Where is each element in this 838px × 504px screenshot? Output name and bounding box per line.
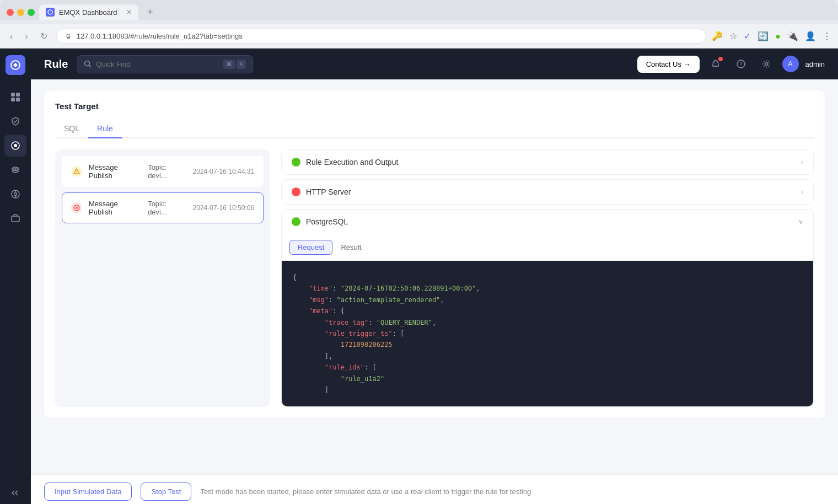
browser-toolbar: ‹ › ↻ 127.0.0.1:18083/#/rule/rules/rule_… [0,24,838,49]
app-container: Rule ⌘ K Contact Us → ? [0,49,838,504]
http-server-section: HTTP Server › [281,179,814,205]
msg-time-2: 2024-07-16 10:50:06 [193,204,254,212]
postgresql-name: PostgreSQL [306,217,798,226]
main-content: Rule ⌘ K Contact Us → ? [31,49,838,504]
svg-line-16 [89,66,92,68]
sidebar-item-data-integration[interactable] [4,159,26,181]
bottom-bar: Input Simulated Data Stop Test Test mode… [31,474,838,504]
tab-close-button[interactable]: ✕ [126,8,132,16]
traffic-light-red[interactable] [7,9,14,16]
content-area: Test Target SQL Rule Me [31,79,838,474]
contact-us-button[interactable]: Contact Us → [637,56,700,73]
traffic-light-green[interactable] [28,9,35,16]
svg-point-23 [77,173,77,173]
header-actions: Contact Us → ? A admin [637,55,825,73]
postgresql-status [292,217,300,226]
profile-icon[interactable]: 👤 [805,31,816,41]
browser-tab[interactable]: EMQX Dashboard ✕ [39,4,138,20]
svg-rect-5 [16,93,20,96]
msg-type-1: Message Publish [89,163,141,180]
rule-content: Message Publish Topic: devi... 2024-07-1… [55,149,814,407]
browser-toolbar-icons: 🔑 ☆ ✓ 🔄 ● 🔌 👤 ⋮ [712,31,831,41]
svg-rect-2 [67,36,69,39]
svg-text:?: ? [739,61,743,67]
svg-rect-4 [11,93,15,96]
search-bar[interactable]: ⌘ K [77,55,253,73]
tab-favicon [46,8,55,17]
postgresql-header[interactable]: PostgreSQL ∨ [282,210,813,234]
msg-warning-icon [71,166,82,177]
message-item-selected[interactable]: Message Publish Topic: devi... 2024-07-1… [62,192,264,223]
search-key-cmd: ⌘ [223,60,235,69]
rule-execution-chevron: › [801,158,803,166]
msg-type-2: Message Publish [89,200,141,216]
sidebar-item-dashboard[interactable] [4,86,26,108]
tab-title: EMQX Dashboard [59,8,117,17]
msg-error-icon [71,202,82,213]
back-button[interactable]: ‹ [7,29,16,44]
postgresql-section: PostgreSQL ∨ Request Result { [281,209,814,407]
lock-icon [65,33,72,40]
tab-sql[interactable]: SQL [55,120,88,138]
stop-test-button[interactable]: Stop Test [141,482,191,501]
rule-execution-name: Rule Execution and Output [306,158,801,167]
http-server-name: HTTP Server [306,187,801,196]
svg-rect-6 [11,98,15,101]
postgresql-chevron: ∨ [798,218,803,226]
address-bar[interactable]: 127.0.0.1:18083/#/rule/rules/rule_u1a2?t… [56,29,707,44]
app-logo [6,55,25,75]
sidebar-item-rules[interactable] [4,135,26,157]
tab-rule[interactable]: Rule [88,120,122,138]
request-result-tabs: Request Result [282,234,813,261]
tab-result[interactable]: Result [332,240,369,255]
avatar: A [782,56,799,72]
key-icon[interactable]: 🔑 [712,31,723,41]
test-target-section: Test Target SQL Rule Me [44,90,825,418]
url-text: 127.0.0.1:18083/#/rule/rules/rule_u1a2?t… [77,32,243,40]
notifications-button[interactable] [706,55,725,73]
msg-topic-1: Topic: devi... [148,163,186,180]
sidebar [0,49,31,504]
tabs: SQL Rule [55,120,814,138]
top-header: Rule ⌘ K Contact Us → ? [31,49,838,79]
msg-time-1: 2024-07-16 10:44:31 [193,168,254,175]
svg-point-11 [14,193,17,196]
input-simulated-data-button[interactable]: Input Simulated Data [44,482,132,501]
extension3-icon[interactable]: ● [775,31,781,41]
rule-execution-header[interactable]: Rule Execution and Output › [282,150,813,174]
extension2-icon[interactable]: 🔄 [758,31,769,41]
sidebar-item-diagnostics[interactable] [4,183,26,205]
message-item[interactable]: Message Publish Topic: devi... 2024-07-1… [62,156,264,187]
rule-execution-status [292,158,300,167]
search-key-k: K [237,60,246,69]
tab-request[interactable]: Request [289,240,332,255]
help-button[interactable]: ? [732,55,750,73]
section-title: Test Target [55,101,814,111]
rule-execution-section: Rule Execution and Output › [281,149,814,175]
results-panel: Rule Execution and Output › HTTP Server … [281,149,814,407]
svg-point-9 [14,144,17,147]
svg-point-15 [85,61,90,66]
settings-button[interactable] [757,55,776,73]
sidebar-item-extensions[interactable] [4,207,26,229]
new-tab-button[interactable]: + [143,7,158,18]
page-title: Rule [44,58,68,71]
http-server-status [292,187,300,196]
extension4-icon[interactable]: 🔌 [787,31,798,41]
search-icon [84,60,92,68]
svg-point-0 [48,10,52,14]
messages-panel: Message Publish Topic: devi... 2024-07-1… [55,149,270,407]
extension1-icon[interactable]: ✓ [744,31,751,41]
reload-button[interactable]: ↻ [37,29,51,44]
admin-label: admin [805,60,825,68]
http-server-header[interactable]: HTTP Server › [282,180,813,204]
menu-icon[interactable]: ⋮ [823,31,831,41]
traffic-light-yellow[interactable] [17,9,24,16]
bookmark-icon[interactable]: ☆ [729,31,737,41]
search-input[interactable] [96,60,219,68]
forward-button[interactable]: › [22,29,31,44]
sidebar-item-security[interactable] [4,110,26,132]
svg-rect-7 [16,98,20,101]
sidebar-collapse-button[interactable] [4,484,26,502]
http-server-chevron: › [801,188,803,196]
